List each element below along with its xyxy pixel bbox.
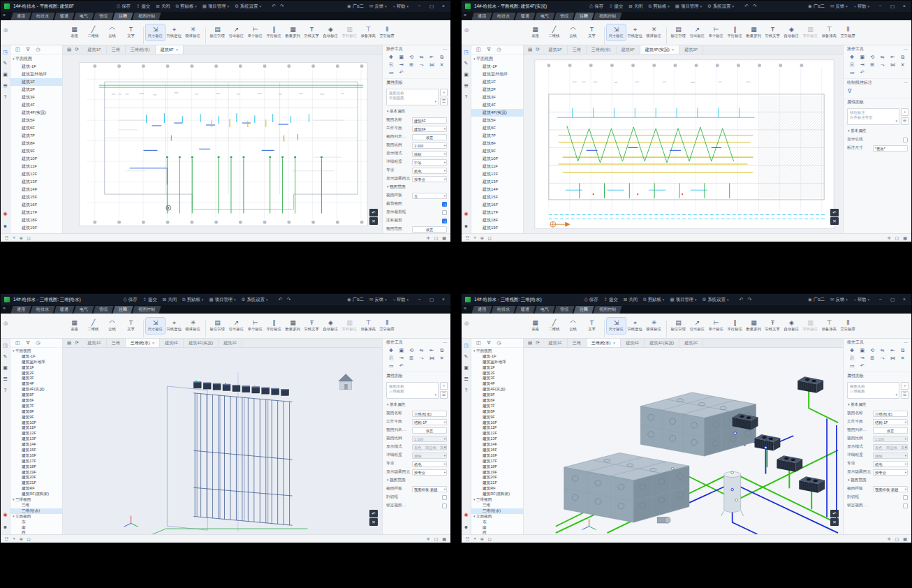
ribbon-button[interactable]: ◈自动标注 [321,24,340,41]
property-value[interactable]: 按专业 [412,469,447,476]
filter-edit-icon[interactable]: ∇ [844,87,911,98]
ribbon-tab[interactable]: 电气 [534,13,554,20]
ribbon-button[interactable]: ↗引出标注 [688,318,707,334]
ribbon-button[interactable]: ╱二维线 [545,318,564,334]
tree-item[interactable]: 平面视图 [471,55,523,63]
ribbon-button[interactable]: ▦数量罗列 [284,318,302,334]
tree-item[interactable]: 建筑室外地坪 [10,71,62,78]
property-value[interactable] [442,504,447,508]
property-value[interactable]: 着色、周边线、高亮线 [873,444,908,450]
ribbon-tab[interactable]: 管综 [554,13,574,20]
ops-tool-icon[interactable]: ⋈ [427,61,437,68]
titlebar-menu[interactable]: ⇪提交▾ [136,3,150,10]
close-icon[interactable] [613,341,616,345]
expand-panel-icon[interactable]: » [464,13,466,17]
view-tab[interactable]: 建筑6F [160,339,184,347]
ops-tool-icon[interactable]: ⎘ [847,355,858,361]
view-tab[interactable]: 三维 [568,339,587,347]
tree-item[interactable]: 建筑5F [471,392,523,398]
titlebar-menu[interactable]: ⎙保存▾ [589,3,603,10]
ribbon-tab[interactable]: 视图控制 [593,13,622,20]
tree-item[interactable]: 建筑9F [471,147,523,155]
tree-item[interactable]: 建筑3F [471,376,523,381]
undo-icon[interactable]: ↶ [279,297,283,302]
strip-tool-icon[interactable]: ▣ [464,72,469,78]
model-canvas[interactable]: ↶✕ [63,348,382,534]
minimize-icon[interactable]: — [904,339,908,346]
property-value[interactable]: 机电 [412,168,447,174]
tree-item[interactable]: 建筑6F [10,124,62,132]
tree-item[interactable]: 三维 [471,503,523,508]
type-selector[interactable]: 视图名称三维视图▾ [386,382,439,399]
status-icon[interactable]: ⌖ [13,536,15,541]
expand-panel-icon[interactable]: » [3,13,6,17]
tree-item[interactable]: 建筑2F [471,86,523,94]
support-icon[interactable]: ◎ [464,27,469,33]
status-icon[interactable]: ⌖ [473,536,476,541]
tree-item[interactable]: 建筑21F [471,480,523,486]
view-tab[interactable]: 建筑6F [621,339,645,347]
ribbon-button[interactable]: Ŧ管线文字 [763,318,782,334]
ribbon-button[interactable]: ▦数量罗列 [284,24,302,41]
close-icon[interactable] [152,341,155,345]
ribbon-button[interactable]: ▦数量罗列 [744,24,763,41]
strip-tool-icon[interactable]: ? [4,388,7,393]
ribbon-tab[interactable]: 管综 [93,13,113,20]
minimize-icon[interactable]: — [443,45,447,53]
support-icon[interactable]: ◎ [3,321,8,326]
ribbon-button[interactable]: ╱二维线 [84,318,103,334]
ops-tool-icon[interactable]: ✚ [847,54,858,60]
titlebar-user-menu[interactable]: ◔帮助▾ [853,3,869,10]
titlebar-user-menu[interactable]: ◉广o二▾ [347,3,364,10]
ribbon-tab[interactable]: 暖通 [54,306,74,314]
ops-tool-icon[interactable]: ⇥ [858,61,868,68]
tree-item[interactable]: 建筑9F [471,415,523,420]
tree-item[interactable]: 建筑13F [10,436,62,442]
view-tab[interactable]: 建筑4F(实况) [645,339,679,347]
ribbon-button[interactable]: ╱二维线 [545,24,564,41]
property-value[interactable]: 线框 [412,151,447,157]
status-icon[interactable]: ✛ [427,536,430,541]
ops-tool-icon[interactable]: ↶ [858,362,868,369]
titlebar-menu[interactable]: ⇪提交▾ [609,3,623,10]
titlebar-menu[interactable]: ⧉剪贴板▾ [175,3,196,10]
strip-tool-icon[interactable]: ☰ [464,376,468,382]
ribbon-tab[interactable]: 注释 [112,13,133,20]
ribbon-button[interactable]: ▦表格 [65,24,84,41]
status-icon[interactable]: ◻ [488,235,492,240]
titlebar-user-menu[interactable]: ◉广o二▾ [808,3,825,10]
ribbon-button[interactable]: ▦表格 [526,318,545,334]
ribbon-button[interactable]: ⇲尺寸标注 [146,24,165,41]
ops-tool-icon[interactable]: ⇥ [858,355,868,361]
titlebar-menu[interactable]: ⎙保存▾ [124,297,138,303]
tree-item[interactable]: 三维(给水) [471,508,523,514]
ribbon-tab[interactable]: 给排水 [491,306,515,314]
minimize-icon[interactable]: — [904,79,908,87]
ops-tool-icon[interactable]: ⧉ [437,54,448,60]
ribbon-button[interactable]: ◈自动标注 [782,24,801,41]
tree-item[interactable]: 建筑15F [471,448,523,453]
window-control-button[interactable]: × [440,297,447,302]
tree-item[interactable]: 建筑4F(实况) [471,387,523,392]
tree-item[interactable]: 建筑室外地坪 [10,360,62,365]
window-control-button[interactable]: × [901,3,908,9]
minimize-icon[interactable]: — [904,45,908,53]
redo-icon[interactable]: ↷ [280,3,284,9]
tree-toolbar-icon[interactable]: ◷ [497,47,501,52]
tree-item[interactable]: 建筑2F [10,371,62,376]
property-value[interactable]: *更改* [873,145,908,152]
property-value[interactable]: 1:100 [412,436,447,442]
ribbon-tab[interactable]: 通用 [10,13,31,20]
tree-item[interactable]: 建筑3F [10,376,62,381]
ribbon-button[interactable]: T文字 [582,318,601,334]
ops-tool-icon[interactable]: ▭ [847,362,858,369]
tree-item[interactable]: 建筑15F [10,448,62,453]
drawing-canvas[interactable]: ↶✕ [524,54,843,233]
tree-item[interactable]: 建筑10F [10,420,62,426]
tree-item[interactable]: 东 [471,520,523,525]
model-canvas[interactable]: ↶✕ [524,348,843,534]
type-selector[interactable]: 视图名称三维视图▾ [847,382,899,399]
ops-tool-icon[interactable]: ⇥ [397,61,407,68]
type-selector-button[interactable]: ☰ [901,391,909,399]
titlebar-menu[interactable]: ⇪提交▾ [604,297,618,303]
